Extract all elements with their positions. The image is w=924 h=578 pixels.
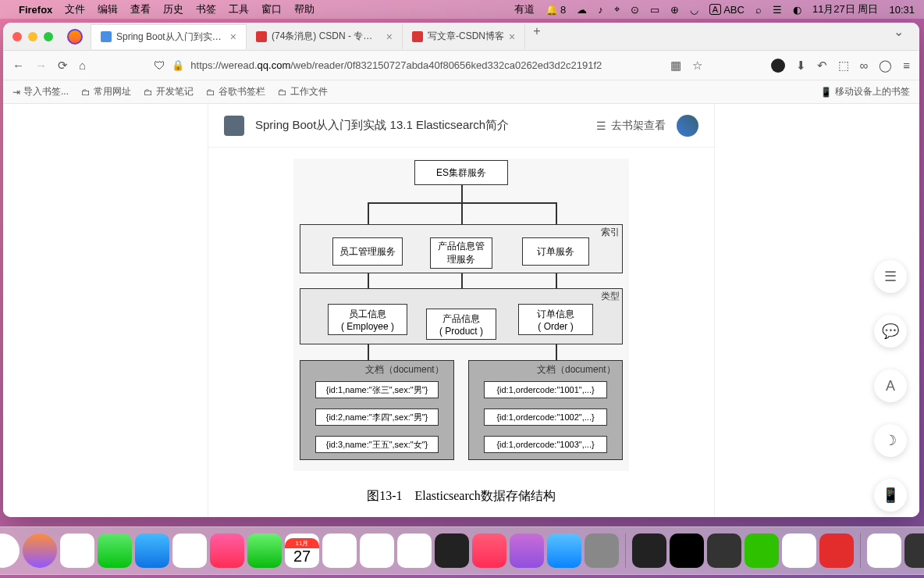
dock-photos[interactable] bbox=[210, 533, 244, 568]
dock-music[interactable] bbox=[472, 533, 506, 568]
undo-icon[interactable]: ↶ bbox=[817, 59, 827, 73]
tab-favicon bbox=[412, 31, 423, 42]
bkm-label: 工作文件 bbox=[290, 85, 328, 98]
dock-notes[interactable] bbox=[397, 533, 432, 568]
qr-icon[interactable]: ▦ bbox=[670, 59, 681, 73]
dock-facetime[interactable] bbox=[247, 533, 282, 568]
status-control-center-icon[interactable]: ☰ bbox=[773, 4, 782, 16]
status-notification[interactable]: 🔔8 bbox=[546, 4, 566, 16]
dock-qq[interactable] bbox=[782, 533, 816, 568]
home-button[interactable]: ⌂ bbox=[79, 59, 86, 72]
bookmark-folder-dev[interactable]: 🗀 开发笔记 bbox=[144, 85, 194, 98]
diagram-index-order: 订单服务 bbox=[522, 237, 589, 266]
status-play-icon[interactable]: ⊙ bbox=[631, 4, 639, 16]
dock-tiktok[interactable] bbox=[670, 533, 704, 568]
url-field[interactable]: 🛡 🔒 https://weread.qq.com/web/reader/0f8… bbox=[97, 55, 659, 77]
close-tab-icon[interactable]: × bbox=[386, 30, 393, 43]
dock-chrome[interactable] bbox=[0, 533, 20, 568]
dock-settings[interactable] bbox=[585, 533, 619, 568]
status-ime[interactable]: A ABC bbox=[709, 4, 745, 16]
menu-file[interactable]: 文件 bbox=[65, 2, 85, 16]
diagram-type-product: 产品信息( Product ) bbox=[426, 309, 496, 340]
mobile-bookmarks[interactable]: 📱 移动设备上的书签 bbox=[820, 85, 910, 98]
night-mode-button[interactable]: ☽ bbox=[874, 424, 907, 457]
maximize-window-button[interactable] bbox=[44, 32, 53, 41]
minimize-window-button[interactable] bbox=[28, 32, 37, 41]
dock-safari[interactable] bbox=[60, 533, 94, 568]
notes-button[interactable]: 💬 bbox=[874, 315, 907, 348]
menu-tools[interactable]: 工具 bbox=[229, 2, 249, 16]
url-text: https://weread.qq.com/web/reader/0f83215… bbox=[190, 59, 602, 71]
dock-folder[interactable] bbox=[867, 533, 901, 568]
tab-weread[interactable]: Spring Boot从入门到实战-章为忠× bbox=[91, 24, 247, 49]
dock-mail[interactable] bbox=[135, 533, 169, 568]
extension-1[interactable] bbox=[771, 59, 785, 73]
titlebar: Spring Boot从入门到实战-章为忠× (74条消息) CSDN - 专业… bbox=[3, 23, 919, 51]
status-tiktok-icon[interactable]: ♪ bbox=[598, 4, 603, 16]
reload-button[interactable]: ⟳ bbox=[58, 59, 68, 73]
dock-terminal[interactable] bbox=[632, 533, 666, 568]
catalog-button[interactable]: ☰ bbox=[874, 260, 907, 293]
status-bluetooth-icon[interactable]: ⌖ bbox=[614, 3, 620, 16]
tab-csdn-write[interactable]: 写文章-CSDN博客× bbox=[403, 24, 525, 49]
dock-messages[interactable] bbox=[98, 533, 132, 568]
dock-podcasts[interactable] bbox=[510, 533, 544, 568]
forward-button[interactable]: → bbox=[35, 59, 47, 72]
import-bookmarks[interactable]: ⇥ 导入书签... bbox=[12, 85, 69, 98]
dock-contacts[interactable] bbox=[322, 533, 357, 568]
close-tab-icon[interactable]: × bbox=[230, 30, 236, 43]
menu-edit[interactable]: 编辑 bbox=[98, 2, 118, 16]
bookmark-folder-work[interactable]: 🗀 工作文件 bbox=[278, 85, 328, 98]
status-battery-icon[interactable]: ▭ bbox=[650, 4, 659, 16]
dock-calendar[interactable]: 11月27 bbox=[285, 533, 319, 568]
back-button[interactable]: ← bbox=[12, 59, 24, 72]
user-avatar[interactable] bbox=[677, 115, 698, 137]
status-siri-icon[interactable]: ◐ bbox=[793, 4, 801, 16]
menu-window[interactable]: 窗口 bbox=[261, 2, 282, 16]
app-name[interactable]: Firefox bbox=[19, 4, 52, 16]
dock-minimized-window[interactable] bbox=[904, 533, 924, 568]
pocket-icon[interactable]: ⬚ bbox=[838, 59, 849, 73]
download-icon[interactable]: ⬇ bbox=[796, 59, 806, 73]
menu-help[interactable]: 帮助 bbox=[294, 2, 315, 16]
status-time[interactable]: 10:31 bbox=[889, 4, 915, 16]
diagram-index-employee: 员工管理服务 bbox=[332, 237, 403, 266]
menu-history[interactable]: 历史 bbox=[163, 2, 183, 16]
bookmark-folder-google[interactable]: 🗀 谷歌书签栏 bbox=[206, 85, 265, 98]
status-search-icon[interactable]: ⌕ bbox=[755, 4, 762, 16]
diagram-type-employee: 员工信息( Employee ) bbox=[328, 304, 407, 335]
dock-appstore[interactable] bbox=[547, 533, 581, 568]
dock-tv[interactable] bbox=[435, 533, 469, 568]
book-cover-icon[interactable] bbox=[224, 116, 244, 136]
close-tab-icon[interactable]: × bbox=[509, 30, 515, 43]
status-location-icon[interactable]: ⊕ bbox=[670, 4, 679, 16]
close-window-button[interactable] bbox=[12, 32, 22, 41]
tabs-dropdown-icon[interactable]: ⌄ bbox=[887, 24, 910, 49]
status-wechat-icon[interactable]: ☁ bbox=[577, 4, 587, 16]
dock-wechat[interactable] bbox=[745, 533, 779, 568]
dock-maps[interactable] bbox=[172, 533, 207, 568]
infinity-icon[interactable]: ∞ bbox=[860, 59, 869, 72]
bookmark-folder-common[interactable]: 🗀 常用网址 bbox=[81, 85, 131, 98]
lock-icon[interactable]: 🔒 bbox=[172, 59, 184, 71]
dock-intellij[interactable] bbox=[707, 533, 741, 568]
tab-csdn-inbox[interactable]: (74条消息) CSDN - 专业开发者社× bbox=[247, 24, 403, 49]
new-tab-button[interactable]: + bbox=[525, 24, 548, 49]
mobile-button[interactable]: 📱 bbox=[874, 479, 907, 512]
menu-view[interactable]: 查看 bbox=[130, 2, 151, 16]
bkm-label: 移动设备上的书签 bbox=[835, 85, 910, 98]
dock-firefox[interactable] bbox=[23, 533, 57, 568]
menu-bookmarks[interactable]: 书签 bbox=[196, 2, 216, 16]
status-wifi-icon[interactable]: ◡ bbox=[690, 4, 698, 16]
status-youdao[interactable]: 有道 bbox=[514, 2, 535, 16]
go-to-shelf-button[interactable]: ☰ 去书架查看 bbox=[596, 119, 666, 133]
status-date[interactable]: 11月27日 周日 bbox=[812, 2, 879, 16]
shield-icon[interactable]: 🛡 bbox=[154, 59, 165, 72]
diagram-doc-row: {id:2,name:"李四",sex:"男"} bbox=[315, 409, 439, 426]
extension-icon[interactable]: ◯ bbox=[879, 59, 892, 73]
dock-youdao[interactable] bbox=[819, 533, 854, 568]
dock-reminders[interactable] bbox=[360, 533, 394, 568]
bookmark-star-icon[interactable]: ☆ bbox=[692, 59, 702, 73]
menu-icon[interactable]: ≡ bbox=[903, 59, 910, 72]
font-button[interactable]: A bbox=[874, 369, 907, 402]
